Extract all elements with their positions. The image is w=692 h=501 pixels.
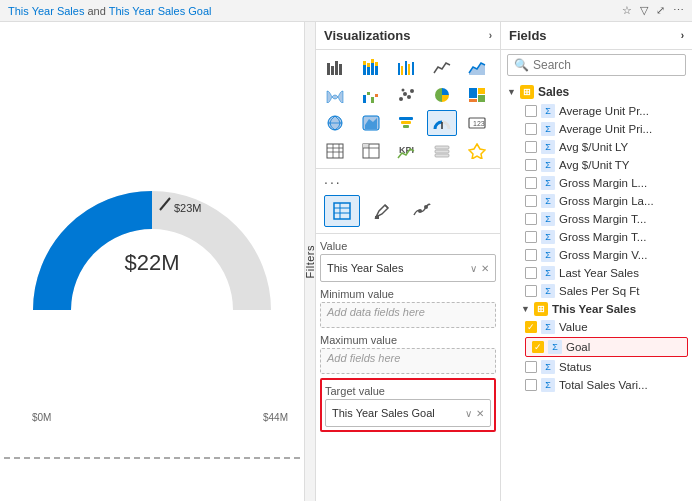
clustered-bar-icon[interactable] xyxy=(391,54,421,80)
card-icon[interactable]: 123 xyxy=(462,110,492,136)
goal-checkbox[interactable]: ✓ xyxy=(532,341,544,353)
field-last-year-sales[interactable]: Σ Last Year Sales xyxy=(501,264,692,282)
target-well-section: Target value This Year Sales Goal ∨ ✕ xyxy=(320,378,496,432)
fields-tree: ▼ ⊞ Sales Σ Average Unit Pr... Σ Average… xyxy=(501,80,692,501)
viz-more-btn[interactable]: ... xyxy=(316,169,500,189)
gm-la-checkbox[interactable] xyxy=(525,195,537,207)
status-checkbox[interactable] xyxy=(525,361,537,373)
avg-unit-pri-checkbox[interactable] xyxy=(525,123,537,135)
sigma-icon: Σ xyxy=(548,340,562,354)
chevron-down-icon[interactable]: ∨ xyxy=(465,408,472,419)
fields-tool-btn[interactable] xyxy=(324,195,360,227)
field-goal-label: Goal xyxy=(566,341,681,353)
avg-unit-ty-checkbox[interactable] xyxy=(525,159,537,171)
kpi-icon[interactable]: KPI xyxy=(391,138,421,164)
filled-map-icon[interactable] xyxy=(356,110,386,136)
filters-panel[interactable]: Filters xyxy=(305,22,316,501)
field-label: Gross Margin T... xyxy=(559,213,686,225)
scatter-chart-icon[interactable] xyxy=(391,82,421,108)
star-icon[interactable]: ☆ xyxy=(622,4,632,17)
pie-chart-icon[interactable] xyxy=(427,82,457,108)
field-gross-margin-t1[interactable]: Σ Gross Margin T... xyxy=(501,210,692,228)
slicer-icon[interactable] xyxy=(427,138,457,164)
svg-point-62 xyxy=(418,209,422,213)
svg-rect-52 xyxy=(435,146,449,149)
svg-rect-54 xyxy=(435,154,449,157)
avg-unit-pr-checkbox[interactable] xyxy=(525,105,537,117)
chevron-down-icon[interactable]: ∨ xyxy=(470,263,477,274)
sales-chevron-icon: ▼ xyxy=(507,87,516,97)
stacked-bar-icon[interactable] xyxy=(356,54,386,80)
filter-icon[interactable]: ▽ xyxy=(640,4,648,17)
field-avg-unit-ty[interactable]: Σ Avg $/Unit TY xyxy=(501,156,692,174)
sales-group-header[interactable]: ▼ ⊞ Sales xyxy=(501,82,692,102)
fields-collapse-arrow[interactable]: › xyxy=(681,30,684,41)
field-goal[interactable]: ✓ Σ Goal xyxy=(525,337,688,357)
sales-group-icon: ⊞ xyxy=(520,85,534,99)
viz-collapse-arrow[interactable]: › xyxy=(489,30,492,41)
search-input[interactable] xyxy=(533,58,683,72)
max-well-drop[interactable]: Add fields here xyxy=(320,348,496,374)
field-sales-per-sq-ft[interactable]: Σ Sales Per Sq Ft xyxy=(501,282,692,300)
svg-rect-11 xyxy=(371,59,374,63)
svg-line-60 xyxy=(385,205,388,208)
svg-rect-9 xyxy=(367,63,370,67)
field-gross-margin-v[interactable]: Σ Gross Margin V... xyxy=(501,246,692,264)
gm-v-checkbox[interactable] xyxy=(525,249,537,261)
funnel-icon[interactable] xyxy=(391,110,421,136)
ribbon-chart-icon[interactable] xyxy=(320,82,350,108)
field-value[interactable]: ✓ Σ Value xyxy=(501,318,692,336)
treemap-icon[interactable] xyxy=(462,82,492,108)
field-avg-unit-ly[interactable]: Σ Avg $/Unit LY xyxy=(501,138,692,156)
field-gross-margin-la[interactable]: Σ Gross Margin La... xyxy=(501,192,692,210)
target-well-label: Target value xyxy=(325,383,491,399)
matrix-icon[interactable] xyxy=(356,138,386,164)
area-chart-icon[interactable] xyxy=(462,54,492,80)
field-label: Average Unit Pr... xyxy=(559,105,686,117)
min-well-drop[interactable]: Add data fields here xyxy=(320,302,496,328)
avg-unit-ly-checkbox[interactable] xyxy=(525,141,537,153)
map-icon[interactable] xyxy=(320,110,350,136)
waterfall-icon[interactable] xyxy=(356,82,386,108)
spsf-checkbox[interactable] xyxy=(525,285,537,297)
svg-rect-48 xyxy=(363,144,369,148)
svg-point-26 xyxy=(407,95,411,99)
field-total-sales-vari[interactable]: Σ Total Sales Vari... xyxy=(501,376,692,394)
more-options-icon[interactable]: ⋯ xyxy=(673,4,684,17)
field-status[interactable]: Σ Status xyxy=(501,358,692,376)
viz-tools xyxy=(316,189,500,234)
viz-header: Visualizations › xyxy=(316,22,500,50)
max-well-section: Maximum value Add fields here xyxy=(320,332,496,374)
remove-field-icon[interactable]: ✕ xyxy=(481,263,489,274)
remove-target-field-icon[interactable]: ✕ xyxy=(476,408,484,419)
chart-tick-0: $0M xyxy=(32,412,51,423)
field-gross-margin-l[interactable]: Σ Gross Margin L... xyxy=(501,174,692,192)
visualizations-panel: Visualizations › xyxy=(316,22,501,501)
tys-group-icon: ⊞ xyxy=(534,302,548,316)
svg-rect-42 xyxy=(327,144,343,158)
gm-l-checkbox[interactable] xyxy=(525,177,537,189)
this-year-sales-group-header[interactable]: ▼ ⊞ This Year Sales xyxy=(501,300,692,318)
table-viz-icon[interactable] xyxy=(320,138,350,164)
gauge-icon[interactable] xyxy=(427,110,457,136)
tsv-checkbox[interactable] xyxy=(525,379,537,391)
field-average-unit-pri[interactable]: Σ Average Unit Pri... xyxy=(501,120,692,138)
value-checkbox[interactable]: ✓ xyxy=(525,321,537,333)
top-bar: This Year Sales and This Year Sales Goal… xyxy=(0,0,692,22)
bar-chart-icon[interactable] xyxy=(320,54,350,80)
search-box[interactable]: 🔍 xyxy=(507,54,686,76)
svg-rect-53 xyxy=(435,150,449,153)
value-well-field[interactable]: This Year Sales ∨ ✕ xyxy=(320,254,496,282)
gm-t2-checkbox[interactable] xyxy=(525,231,537,243)
target-well-field[interactable]: This Year Sales Goal ∨ ✕ xyxy=(325,399,491,427)
format-tool-btn[interactable] xyxy=(364,195,400,227)
custom-visual-icon[interactable] xyxy=(462,138,492,164)
expand-icon[interactable]: ⤢ xyxy=(656,4,665,17)
line-chart-icon[interactable] xyxy=(427,54,457,80)
analytics-tool-btn[interactable] xyxy=(404,195,440,227)
field-average-unit-pr[interactable]: Σ Average Unit Pr... xyxy=(501,102,692,120)
field-gross-margin-t2[interactable]: Σ Gross Margin T... xyxy=(501,228,692,246)
svg-rect-22 xyxy=(371,97,374,103)
lys-checkbox[interactable] xyxy=(525,267,537,279)
gm-t1-checkbox[interactable] xyxy=(525,213,537,225)
